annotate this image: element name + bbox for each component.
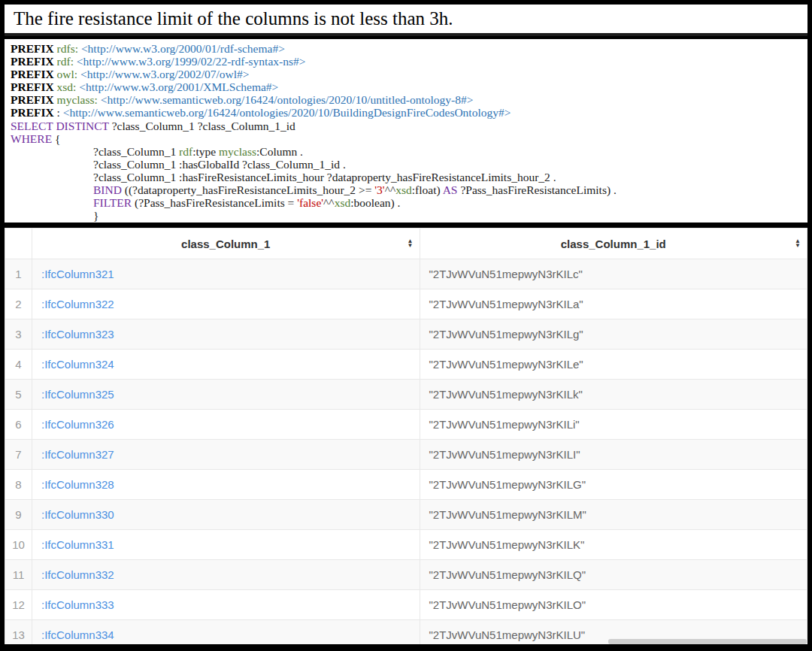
- query-line: ?class_Column_1 :hasGlobalId ?class_Colu…: [11, 158, 801, 171]
- ifc-column-link[interactable]: :IfcColumn333: [41, 598, 114, 611]
- row-number: 11: [5, 560, 32, 590]
- global-id-cell: "2TJvWVuN51mepwyN3rKILK": [420, 530, 807, 560]
- ifc-column-link[interactable]: :IfcColumn326: [41, 418, 114, 431]
- ifc-column-link[interactable]: :IfcColumn331: [41, 538, 114, 551]
- horizontal-scrollbar[interactable]: [5, 639, 807, 644]
- table-row: 1:IfcColumn321"2TJvWVuN51mepwyN3rKILc": [5, 259, 807, 289]
- header-row: class_Column_1 ▲ ▼ class_Column_1_id ▲ ▼: [5, 229, 807, 259]
- row-number: 12: [5, 590, 32, 620]
- table-row: 9:IfcColumn330"2TJvWVuN51mepwyN3rKILM": [5, 500, 807, 530]
- scrollbar-thumb[interactable]: [608, 639, 807, 644]
- column-header-label: class_Column_1_id: [561, 238, 666, 250]
- global-id-cell: "2TJvWVuN51mepwyN3rKILi": [420, 410, 807, 440]
- table-row: 8:IfcColumn328"2TJvWVuN51mepwyN3rKILG": [5, 470, 807, 500]
- row-number: 10: [5, 530, 32, 560]
- row-number: 8: [5, 470, 32, 500]
- results-table-header: class_Column_1 ▲ ▼ class_Column_1_id ▲ ▼: [5, 229, 807, 259]
- page-title: The fire resistance limit of the columns…: [14, 8, 453, 29]
- column-header-class-column-1[interactable]: class_Column_1 ▲ ▼: [32, 229, 420, 259]
- query-line: PREFIX xsd: <http://www.w3.org/2001/XMLS…: [11, 80, 801, 93]
- table-row: 5:IfcColumn325"2TJvWVuN51mepwyN3rKILk": [5, 380, 807, 410]
- table-row: 10:IfcColumn331"2TJvWVuN51mepwyN3rKILK": [5, 530, 807, 560]
- ifc-column-link[interactable]: :IfcColumn321: [41, 268, 114, 280]
- table-row: 4:IfcColumn324"2TJvWVuN51mepwyN3rKILe": [5, 350, 807, 380]
- class-column-cell: :IfcColumn326: [32, 410, 420, 440]
- query-line: FILTER (?Pass_hasFireResistanceLimits = …: [11, 196, 801, 209]
- global-id-cell: "2TJvWVuN51mepwyN3rKILM": [420, 500, 807, 530]
- query-line: WHERE {: [11, 132, 801, 145]
- query-line: PREFIX rdf: <http://www.w3.org/1999/02/2…: [11, 55, 801, 68]
- sort-icon[interactable]: ▲ ▼: [408, 239, 414, 248]
- table-row: 12:IfcColumn333"2TJvWVuN51mepwyN3rKILO": [5, 590, 807, 620]
- query-line: BIND ((?dataproperty_hasFireResistanceLi…: [11, 183, 801, 196]
- ifc-column-link[interactable]: :IfcColumn323: [41, 328, 114, 341]
- class-column-cell: :IfcColumn324: [32, 350, 420, 380]
- global-id-cell: "2TJvWVuN51mepwyN3rKILc": [420, 259, 807, 289]
- ifc-column-link[interactable]: :IfcColumn330: [41, 508, 114, 521]
- query-line: SELECT DISTINCT ?class_Column_1 ?class_C…: [11, 120, 801, 132]
- query-line: PREFIX myclass: <http://www.semanticweb.…: [11, 93, 801, 106]
- query-line: PREFIX : <http://www.semanticweb.org/164…: [11, 106, 801, 119]
- global-id-cell: "2TJvWVuN51mepwyN3rKILa": [420, 289, 807, 319]
- row-number-header: [5, 229, 32, 259]
- class-column-cell: :IfcColumn327: [32, 440, 420, 470]
- query-line: PREFIX rdfs: <http://www.w3.org/2000/01/…: [11, 42, 801, 55]
- table-row: 11:IfcColumn332"2TJvWVuN51mepwyN3rKILQ": [5, 560, 807, 590]
- sparql-query-text: PREFIX rdfs: <http://www.w3.org/2000/01/…: [11, 42, 801, 222]
- table-row: 2:IfcColumn322"2TJvWVuN51mepwyN3rKILa": [5, 289, 807, 319]
- ifc-column-link[interactable]: :IfcColumn328: [41, 478, 114, 491]
- class-column-cell: :IfcColumn325: [32, 380, 420, 410]
- global-id-cell: "2TJvWVuN51mepwyN3rKILI": [420, 440, 807, 470]
- table-row: 3:IfcColumn323"2TJvWVuN51mepwyN3rKILg": [5, 319, 807, 350]
- ifc-column-link[interactable]: :IfcColumn332: [41, 568, 114, 581]
- row-number: 1: [5, 259, 32, 289]
- query-line: PREFIX owl: <http://www.w3.org/2002/07/o…: [11, 68, 801, 80]
- class-column-cell: :IfcColumn333: [32, 590, 420, 620]
- row-number: 7: [5, 440, 32, 470]
- results-table: class_Column_1 ▲ ▼ class_Column_1_id ▲ ▼…: [5, 228, 807, 644]
- column-header-label: class_Column_1: [181, 238, 270, 250]
- table-row: 6:IfcColumn326"2TJvWVuN51mepwyN3rKILi": [5, 410, 807, 440]
- ifc-column-link[interactable]: :IfcColumn327: [41, 448, 114, 461]
- class-column-cell: :IfcColumn322: [32, 289, 420, 319]
- class-column-cell: :IfcColumn332: [32, 560, 420, 590]
- global-id-cell: "2TJvWVuN51mepwyN3rKILG": [420, 470, 807, 500]
- global-id-cell: "2TJvWVuN51mepwyN3rKILQ": [420, 560, 807, 590]
- row-number: 3: [5, 319, 32, 350]
- global-id-cell: "2TJvWVuN51mepwyN3rKILe": [420, 350, 807, 380]
- column-header-class-column-1-id[interactable]: class_Column_1_id ▲ ▼: [420, 229, 807, 259]
- global-id-cell: "2TJvWVuN51mepwyN3rKILk": [420, 380, 807, 410]
- results-table-panel: class_Column_1 ▲ ▼ class_Column_1_id ▲ ▼…: [5, 228, 807, 644]
- sparql-query-panel: PREFIX rdfs: <http://www.w3.org/2000/01/…: [5, 39, 807, 228]
- table-row: 7:IfcColumn327"2TJvWVuN51mepwyN3rKILI": [5, 440, 807, 470]
- results-table-body: 1:IfcColumn321"2TJvWVuN51mepwyN3rKILc"2:…: [5, 259, 807, 645]
- query-line: ?class_Column_1 :hasFireResistanceLimits…: [11, 171, 801, 183]
- class-column-cell: :IfcColumn321: [32, 259, 420, 289]
- row-number: 5: [5, 380, 32, 410]
- row-number: 4: [5, 350, 32, 380]
- row-number: 9: [5, 500, 32, 530]
- query-line: }: [11, 209, 801, 222]
- global-id-cell: "2TJvWVuN51mepwyN3rKILg": [420, 319, 807, 350]
- ifc-column-link[interactable]: :IfcColumn324: [41, 358, 114, 371]
- sort-down-icon: ▼: [795, 244, 801, 248]
- query-line: ?class_Column_1 rdf:type myclass:Column …: [11, 145, 801, 158]
- class-column-cell: :IfcColumn323: [32, 319, 420, 350]
- sort-down-icon: ▼: [408, 244, 414, 248]
- ifc-column-link[interactable]: :IfcColumn322: [41, 298, 114, 310]
- sort-icon[interactable]: ▲ ▼: [795, 239, 801, 248]
- row-number: 2: [5, 289, 32, 319]
- ifc-column-link[interactable]: :IfcColumn325: [41, 388, 114, 401]
- class-column-cell: :IfcColumn330: [32, 500, 420, 530]
- row-number: 6: [5, 410, 32, 440]
- class-column-cell: :IfcColumn328: [32, 470, 420, 500]
- global-id-cell: "2TJvWVuN51mepwyN3rKILO": [420, 590, 807, 620]
- title-bar: The fire resistance limit of the columns…: [5, 5, 807, 36]
- class-column-cell: :IfcColumn331: [32, 530, 420, 560]
